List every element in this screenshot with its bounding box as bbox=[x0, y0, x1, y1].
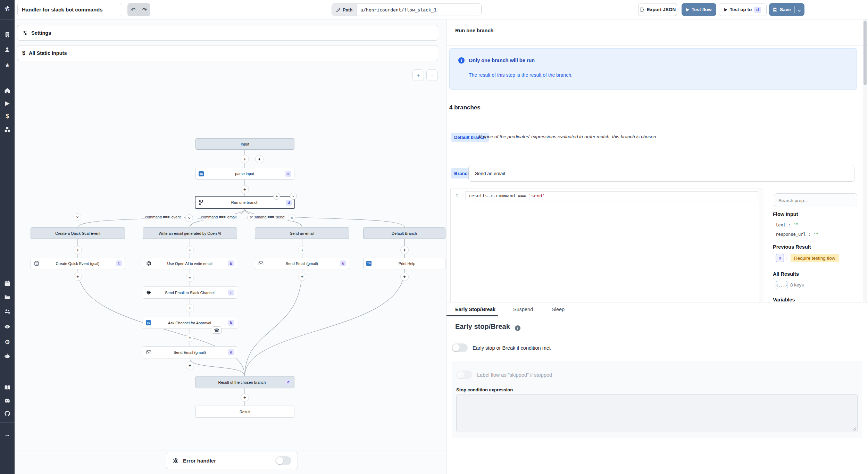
flow-node-openai[interactable]: Use Open AI to write email p bbox=[143, 258, 237, 269]
path-input[interactable] bbox=[357, 4, 481, 16]
flow-node-gmail-send[interactable]: Send Email (gmail) u bbox=[255, 258, 349, 269]
schedules-calendar-icon[interactable] bbox=[3, 280, 11, 287]
flow-node-parse-input[interactable]: TS parse input c bbox=[195, 168, 294, 180]
add-step-button[interactable]: + bbox=[241, 155, 249, 163]
delete-branch-button[interactable]: × bbox=[74, 213, 81, 221]
folders-icon[interactable] bbox=[3, 293, 11, 301]
add-step-button[interactable]: + bbox=[298, 246, 306, 254]
prop-row-response-url[interactable]: response_url : "" bbox=[776, 232, 818, 237]
keys-count: 8 keys bbox=[790, 282, 804, 288]
export-json-button[interactable]: Export JSON bbox=[638, 3, 677, 16]
move-node-button[interactable]: + bbox=[273, 193, 280, 200]
flow-node-approval[interactable]: TS Ask Channel for Approval k bbox=[143, 317, 237, 329]
branch-small-icon bbox=[249, 216, 253, 219]
error-handler-toggle[interactable] bbox=[275, 456, 291, 465]
tab-suspend[interactable]: Suspend bbox=[513, 307, 533, 312]
step-id-badge: d bbox=[286, 200, 292, 206]
windmill-logo-icon[interactable] bbox=[3, 5, 11, 13]
line-number: 1 bbox=[456, 193, 458, 198]
resize-handle-icon[interactable] bbox=[852, 427, 856, 431]
path-label[interactable]: Path bbox=[332, 4, 357, 16]
branch1-summary-input[interactable] bbox=[468, 165, 854, 182]
add-step-button[interactable]: + bbox=[241, 185, 249, 193]
play-icon: ▶ bbox=[686, 7, 689, 12]
branch-predicate-label[interactable]: ....command === 'event' bbox=[138, 214, 184, 221]
home-icon[interactable] bbox=[3, 87, 11, 94]
resources-cubes-icon[interactable] bbox=[3, 126, 11, 133]
workspace-icon[interactable] bbox=[3, 31, 11, 39]
favorites-star-icon[interactable]: ★ bbox=[3, 61, 11, 69]
groups-icon[interactable] bbox=[3, 308, 11, 315]
add-step-button[interactable]: + bbox=[186, 246, 194, 254]
runs-play-icon[interactable]: ▶ bbox=[3, 99, 11, 107]
object-badge[interactable]: {...} bbox=[776, 281, 787, 289]
add-step-button[interactable]: + bbox=[186, 334, 194, 342]
flow-node-input[interactable]: Input bbox=[195, 138, 294, 150]
flow-node-slack-channel[interactable]: Send Email to Slack Channel r bbox=[143, 286, 237, 299]
flow-node-gmail-send2[interactable]: Send Email (gmail) o bbox=[143, 346, 237, 358]
collapse-arrow-icon[interactable]: → bbox=[3, 431, 11, 439]
stop-condition-textarea[interactable] bbox=[456, 394, 858, 432]
skipped-toggle[interactable] bbox=[456, 371, 472, 379]
scrollbar-track[interactable] bbox=[863, 19, 867, 302]
add-step-button[interactable]: + bbox=[298, 273, 306, 281]
test-flow-button[interactable]: ▶ Test flow bbox=[682, 3, 716, 16]
branch-header-email[interactable]: Write an email generated by Open AI bbox=[143, 227, 237, 239]
add-step-button[interactable]: + bbox=[186, 304, 194, 312]
test-up-to-button[interactable]: ▶ Test up to d bbox=[719, 3, 767, 16]
error-handler-box[interactable]: Error handler bbox=[166, 452, 298, 469]
save-dropdown-button[interactable]: ⌄ bbox=[795, 3, 804, 16]
step-id-badge: d bbox=[285, 379, 291, 385]
scrollbar-thumb[interactable] bbox=[863, 21, 867, 85]
delete-branch-button[interactable]: × bbox=[288, 214, 295, 222]
add-step-button[interactable]: + bbox=[186, 361, 194, 369]
branch-header-event[interactable]: Create a Quick Gcal Event bbox=[31, 227, 125, 239]
tab-sleep[interactable]: Sleep bbox=[552, 307, 565, 312]
flow-node-print-help[interactable]: TS Print Help bbox=[363, 258, 445, 269]
trigger-bolt-button[interactable] bbox=[255, 155, 264, 163]
add-step-button[interactable]: + bbox=[74, 246, 82, 254]
predicate-code-editor[interactable]: 1 results.c.command === 'send' bbox=[450, 189, 763, 302]
delete-branch-button[interactable]: × bbox=[185, 214, 193, 222]
tab-early-stop-break[interactable]: Early Stop/Break bbox=[455, 307, 495, 312]
audit-eye-icon[interactable] bbox=[3, 323, 11, 331]
undo-icon[interactable]: ↶ bbox=[131, 7, 135, 13]
default-branch-desc: If none of the predicates' expressions e… bbox=[479, 134, 656, 139]
branch-header-default[interactable]: Default Branch bbox=[363, 227, 445, 239]
delete-node-button[interactable]: × bbox=[290, 193, 297, 200]
divider bbox=[446, 45, 868, 45]
docs-book-icon[interactable] bbox=[3, 384, 11, 391]
add-step-button[interactable]: + bbox=[74, 273, 82, 281]
early-stop-toggle[interactable] bbox=[452, 343, 468, 352]
user-icon[interactable] bbox=[3, 46, 11, 53]
add-step-button[interactable]: + bbox=[400, 273, 409, 281]
flow-node-run-one-branch[interactable]: Run one branch d bbox=[195, 196, 295, 209]
editor-scrollbar[interactable] bbox=[759, 189, 763, 302]
save-button[interactable]: Save bbox=[769, 3, 794, 16]
sidebar: ★ ▶ $ ⚙ bbox=[0, 0, 15, 474]
branch-predicate-label[interactable]: ....command === 'email' bbox=[193, 214, 241, 221]
redo-icon[interactable]: ↷ bbox=[142, 7, 147, 13]
flow-title-input[interactable] bbox=[17, 3, 122, 16]
github-icon[interactable] bbox=[3, 410, 11, 417]
prev-step-badge[interactable]: u bbox=[776, 254, 784, 262]
suspend-phone-icon[interactable]: ☎ bbox=[212, 326, 222, 334]
flow-node-result[interactable]: Result bbox=[195, 406, 294, 418]
step-id-badge: c bbox=[285, 171, 291, 177]
discord-icon[interactable] bbox=[3, 397, 11, 405]
add-step-button[interactable]: + bbox=[241, 393, 249, 402]
flow-node-branch-result[interactable]: Result of the chosen branch d bbox=[195, 376, 294, 388]
ai-robot-icon[interactable] bbox=[3, 352, 11, 360]
info-icon[interactable]: i bbox=[515, 325, 520, 331]
add-step-button[interactable]: + bbox=[186, 274, 194, 282]
settings-gear-icon[interactable]: ⚙ bbox=[3, 338, 11, 346]
prop-row-text[interactable]: text : "" bbox=[776, 223, 798, 227]
save-icon bbox=[773, 7, 777, 12]
typescript-icon: TS bbox=[146, 320, 151, 325]
search-prop-input[interactable] bbox=[774, 193, 857, 207]
flow-node-gcal[interactable]: 31 Create Quick Event (gcal) t bbox=[31, 258, 125, 269]
branch-header-send[interactable]: Send an email bbox=[255, 227, 349, 239]
add-step-button[interactable]: + bbox=[400, 246, 409, 254]
variables-dollar-icon[interactable]: $ bbox=[3, 113, 11, 120]
move-branch-button[interactable] bbox=[247, 214, 255, 221]
